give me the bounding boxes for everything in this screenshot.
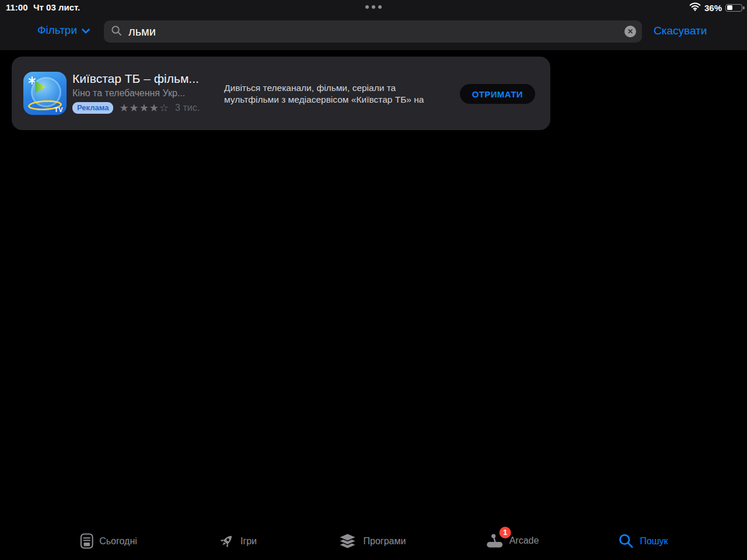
search-tab-icon — [618, 533, 634, 549]
description-line-2: мультфільми з медіасервісом «Київстар ТБ… — [224, 94, 463, 106]
apps-layers-icon — [338, 533, 358, 550]
dot — [372, 5, 375, 9]
tab-games[interactable]: Ігри — [218, 533, 257, 550]
header: 11:00 Чт 03 лист. 36% — [0, 0, 747, 50]
tv-label: TV — [54, 106, 63, 113]
tab-label: Ігри — [240, 536, 257, 547]
tab-search[interactable]: Пошук — [618, 533, 668, 549]
cancel-button[interactable]: Скасувати — [654, 24, 707, 37]
clear-search-icon[interactable]: ✕ — [624, 26, 636, 37]
games-rocket-icon — [218, 533, 235, 550]
status-right: 36% — [689, 2, 742, 13]
battery-icon — [725, 4, 742, 12]
tab-label: Arcade — [509, 536, 539, 546]
arcade-notification-badge: 1 — [500, 527, 511, 538]
filters-label: Фільтри — [37, 24, 77, 37]
today-icon — [80, 533, 93, 549]
app-description: Дивіться телеканали, фільми, серіали та … — [224, 82, 463, 105]
kyivstar-tv-app-icon[interactable]: TV — [23, 72, 67, 115]
tab-today[interactable]: Сьогодні — [80, 533, 137, 549]
battery-percent: 36% — [704, 3, 722, 13]
app-title: Київстар ТБ – фільм... — [72, 72, 199, 86]
arcade-joystick-icon: 1 — [486, 533, 504, 548]
tab-apps[interactable]: Програми — [338, 533, 406, 550]
status-date: Чт 03 лист. — [33, 2, 80, 12]
rating-stars: ★★★★☆ — [119, 103, 169, 113]
app-subtitle: Кіно та телебачення Укр... — [72, 88, 185, 99]
status-time: 11:00 — [6, 2, 28, 12]
status-bar: 11:00 Чт 03 лист. 36% — [0, 0, 747, 15]
battery-nub — [743, 6, 745, 9]
search-field[interactable]: ✕ — [104, 20, 642, 43]
meta-row: Реклама ★★★★☆ 3 тис. — [72, 102, 200, 114]
search-header: Фільтри ✕ Скасувати — [0, 19, 747, 44]
ad-badge: Реклама — [72, 102, 113, 114]
description-line-1: Дивіться телеканали, фільми, серіали та — [224, 82, 463, 94]
get-button[interactable]: ОТРИМАТИ — [460, 84, 535, 104]
play-icon — [33, 79, 47, 97]
app-store-search-screen: 11:00 Чт 03 лист. 36% — [0, 0, 747, 560]
rating-count: 3 тис. — [175, 103, 200, 113]
wifi-icon — [689, 2, 701, 13]
tab-arcade[interactable]: 1 Arcade — [486, 533, 539, 548]
chevron-down-icon — [82, 24, 90, 37]
search-input[interactable] — [127, 24, 624, 39]
battery-fill — [727, 5, 733, 10]
tab-label: Сьогодні — [99, 536, 137, 547]
multitask-dots-icon — [365, 5, 382, 9]
search-icon — [111, 25, 122, 38]
search-result-card[interactable]: TV Київстар ТБ – фільм... Кіно та телеба… — [12, 57, 550, 130]
dot — [365, 5, 369, 9]
tab-bar: Сьогодні Ігри — [0, 524, 747, 560]
dot — [378, 5, 382, 9]
filters-button[interactable]: Фільтри — [37, 24, 90, 37]
tab-label: Програми — [364, 536, 406, 547]
tab-label: Пошук — [640, 536, 668, 547]
